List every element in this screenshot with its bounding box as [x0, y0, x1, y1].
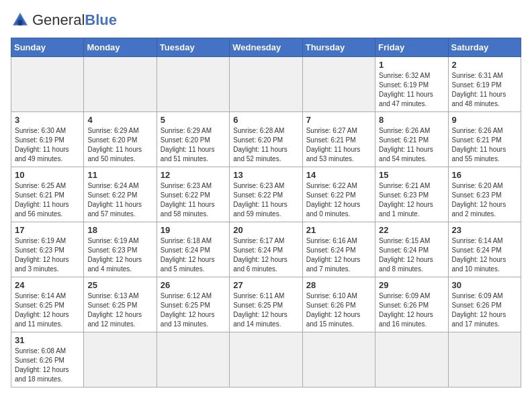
- day-info: Sunrise: 6:25 AM Sunset: 6:21 PM Dayligh…: [15, 181, 80, 219]
- calendar-cell: 21Sunrise: 6:16 AM Sunset: 6:24 PM Dayli…: [302, 222, 375, 277]
- calendar-cell: 22Sunrise: 6:15 AM Sunset: 6:24 PM Dayli…: [375, 222, 448, 277]
- calendar-cell: 3Sunrise: 6:30 AM Sunset: 6:19 PM Daylig…: [11, 112, 84, 167]
- calendar-cell: 5Sunrise: 6:29 AM Sunset: 6:20 PM Daylig…: [157, 112, 229, 167]
- day-number: 3: [15, 115, 80, 125]
- day-number: 14: [306, 170, 371, 180]
- calendar-cell: 9Sunrise: 6:26 AM Sunset: 6:21 PM Daylig…: [448, 112, 521, 167]
- calendar-cell: [302, 332, 375, 387]
- day-number: 27: [233, 280, 298, 290]
- header-day-friday: Friday: [375, 38, 448, 57]
- day-number: 20: [233, 225, 298, 235]
- day-info: Sunrise: 6:31 AM Sunset: 6:19 PM Dayligh…: [452, 71, 517, 109]
- day-number: 15: [379, 170, 444, 180]
- day-info: Sunrise: 6:17 AM Sunset: 6:24 PM Dayligh…: [233, 236, 298, 274]
- calendar-cell: [157, 332, 229, 387]
- calendar-cell: 7Sunrise: 6:27 AM Sunset: 6:21 PM Daylig…: [302, 112, 375, 167]
- calendar-cell: 12Sunrise: 6:23 AM Sunset: 6:22 PM Dayli…: [157, 167, 229, 222]
- day-info: Sunrise: 6:29 AM Sunset: 6:20 PM Dayligh…: [161, 126, 226, 164]
- day-info: Sunrise: 6:21 AM Sunset: 6:23 PM Dayligh…: [379, 181, 444, 219]
- header-day-thursday: Thursday: [302, 38, 375, 57]
- page-header: GeneralBlue: [11, 11, 521, 30]
- calendar-cell: [230, 57, 302, 112]
- calendar-cell: [230, 332, 302, 387]
- calendar-cell: 24Sunrise: 6:14 AM Sunset: 6:25 PM Dayli…: [11, 277, 84, 332]
- calendar-cell: 1Sunrise: 6:32 AM Sunset: 6:19 PM Daylig…: [375, 57, 448, 112]
- day-info: Sunrise: 6:28 AM Sunset: 6:20 PM Dayligh…: [233, 126, 298, 164]
- day-number: 17: [15, 225, 80, 235]
- calendar-cell: 30Sunrise: 6:09 AM Sunset: 6:26 PM Dayli…: [448, 277, 521, 332]
- day-info: Sunrise: 6:14 AM Sunset: 6:25 PM Dayligh…: [15, 291, 80, 329]
- day-number: 7: [306, 115, 371, 125]
- calendar-cell: 8Sunrise: 6:26 AM Sunset: 6:21 PM Daylig…: [375, 112, 448, 167]
- calendar-cell: 10Sunrise: 6:25 AM Sunset: 6:21 PM Dayli…: [11, 167, 84, 222]
- calendar-cell: [375, 332, 448, 387]
- calendar-cell: 25Sunrise: 6:13 AM Sunset: 6:25 PM Dayli…: [84, 277, 157, 332]
- calendar-cell: 31Sunrise: 6:08 AM Sunset: 6:26 PM Dayli…: [11, 332, 84, 387]
- calendar-cell: 19Sunrise: 6:18 AM Sunset: 6:24 PM Dayli…: [157, 222, 229, 277]
- day-info: Sunrise: 6:23 AM Sunset: 6:22 PM Dayligh…: [233, 181, 298, 219]
- day-number: 21: [306, 225, 371, 235]
- calendar-cell: 14Sunrise: 6:22 AM Sunset: 6:22 PM Dayli…: [302, 167, 375, 222]
- day-number: 13: [233, 170, 298, 180]
- day-info: Sunrise: 6:10 AM Sunset: 6:26 PM Dayligh…: [306, 291, 371, 329]
- calendar-cell: 4Sunrise: 6:29 AM Sunset: 6:20 PM Daylig…: [84, 112, 157, 167]
- day-info: Sunrise: 6:30 AM Sunset: 6:19 PM Dayligh…: [15, 126, 80, 164]
- calendar-cell: [157, 57, 229, 112]
- day-info: Sunrise: 6:12 AM Sunset: 6:25 PM Dayligh…: [161, 291, 226, 329]
- day-number: 29: [379, 280, 444, 290]
- day-number: 25: [87, 280, 152, 290]
- calendar-cell: 23Sunrise: 6:14 AM Sunset: 6:24 PM Dayli…: [448, 222, 521, 277]
- calendar-cell: 15Sunrise: 6:21 AM Sunset: 6:23 PM Dayli…: [375, 167, 448, 222]
- calendar-week-row: 1Sunrise: 6:32 AM Sunset: 6:19 PM Daylig…: [11, 57, 521, 112]
- day-number: 16: [452, 170, 517, 180]
- day-number: 2: [452, 60, 517, 70]
- day-number: 26: [161, 280, 226, 290]
- day-info: Sunrise: 6:11 AM Sunset: 6:25 PM Dayligh…: [233, 291, 298, 329]
- calendar-table: SundayMondayTuesdayWednesdayThursdayFrid…: [11, 38, 521, 387]
- calendar-week-row: 17Sunrise: 6:19 AM Sunset: 6:23 PM Dayli…: [11, 222, 521, 277]
- day-number: 5: [161, 115, 226, 125]
- days-header-row: SundayMondayTuesdayWednesdayThursdayFrid…: [11, 38, 521, 57]
- day-info: Sunrise: 6:23 AM Sunset: 6:22 PM Dayligh…: [161, 181, 226, 219]
- header-day-wednesday: Wednesday: [230, 38, 302, 57]
- day-info: Sunrise: 6:14 AM Sunset: 6:24 PM Dayligh…: [452, 236, 517, 274]
- day-number: 19: [161, 225, 226, 235]
- day-info: Sunrise: 6:13 AM Sunset: 6:25 PM Dayligh…: [87, 291, 152, 329]
- calendar-cell: 16Sunrise: 6:20 AM Sunset: 6:23 PM Dayli…: [448, 167, 521, 222]
- day-info: Sunrise: 6:22 AM Sunset: 6:22 PM Dayligh…: [306, 181, 371, 219]
- header-day-saturday: Saturday: [448, 38, 521, 57]
- day-number: 31: [15, 335, 80, 345]
- day-info: Sunrise: 6:32 AM Sunset: 6:19 PM Dayligh…: [379, 71, 444, 109]
- header-day-monday: Monday: [84, 38, 157, 57]
- day-info: Sunrise: 6:15 AM Sunset: 6:24 PM Dayligh…: [379, 236, 444, 274]
- day-info: Sunrise: 6:08 AM Sunset: 6:26 PM Dayligh…: [15, 347, 80, 384]
- calendar-cell: 28Sunrise: 6:10 AM Sunset: 6:26 PM Dayli…: [302, 277, 375, 332]
- calendar-cell: 20Sunrise: 6:17 AM Sunset: 6:24 PM Dayli…: [230, 222, 302, 277]
- day-number: 24: [15, 280, 80, 290]
- day-info: Sunrise: 6:26 AM Sunset: 6:21 PM Dayligh…: [379, 126, 444, 164]
- day-info: Sunrise: 6:19 AM Sunset: 6:23 PM Dayligh…: [87, 236, 152, 274]
- day-number: 28: [306, 280, 371, 290]
- day-info: Sunrise: 6:09 AM Sunset: 6:26 PM Dayligh…: [379, 291, 444, 329]
- day-number: 11: [87, 170, 152, 180]
- day-number: 6: [233, 115, 298, 125]
- day-number: 1: [379, 60, 444, 70]
- calendar-week-row: 24Sunrise: 6:14 AM Sunset: 6:25 PM Dayli…: [11, 277, 521, 332]
- day-number: 12: [161, 170, 226, 180]
- day-number: 18: [87, 225, 152, 235]
- day-info: Sunrise: 6:24 AM Sunset: 6:22 PM Dayligh…: [87, 181, 152, 219]
- logo: GeneralBlue: [11, 11, 117, 30]
- day-number: 10: [15, 170, 80, 180]
- header-day-tuesday: Tuesday: [157, 38, 229, 57]
- calendar-cell: 26Sunrise: 6:12 AM Sunset: 6:25 PM Dayli…: [157, 277, 229, 332]
- calendar-week-row: 3Sunrise: 6:30 AM Sunset: 6:19 PM Daylig…: [11, 112, 521, 167]
- calendar-cell: [84, 332, 157, 387]
- calendar-cell: [448, 332, 521, 387]
- day-number: 23: [452, 225, 517, 235]
- calendar-cell: [11, 57, 84, 112]
- calendar-cell: 11Sunrise: 6:24 AM Sunset: 6:22 PM Dayli…: [84, 167, 157, 222]
- calendar-cell: 18Sunrise: 6:19 AM Sunset: 6:23 PM Dayli…: [84, 222, 157, 277]
- day-info: Sunrise: 6:09 AM Sunset: 6:26 PM Dayligh…: [452, 291, 517, 329]
- day-number: 30: [452, 280, 517, 290]
- header-day-sunday: Sunday: [11, 38, 84, 57]
